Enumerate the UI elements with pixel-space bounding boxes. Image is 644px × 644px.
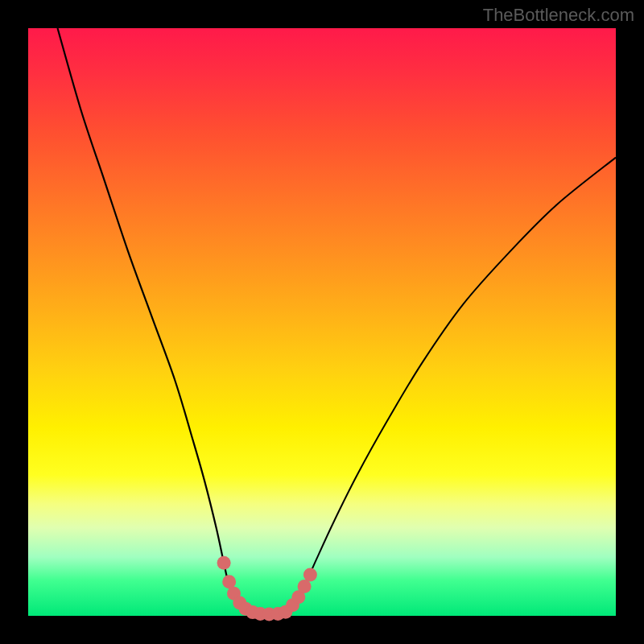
watermark-text: TheBottleneck.com xyxy=(483,5,634,26)
highlight-dot xyxy=(303,568,317,581)
right-curve xyxy=(281,158,616,615)
highlight-dot xyxy=(217,556,231,570)
chart-svg xyxy=(28,28,616,616)
dot-highlight-group xyxy=(217,556,317,621)
highlight-dot xyxy=(222,575,236,588)
left-curve xyxy=(58,28,258,615)
highlight-dot xyxy=(298,580,312,593)
